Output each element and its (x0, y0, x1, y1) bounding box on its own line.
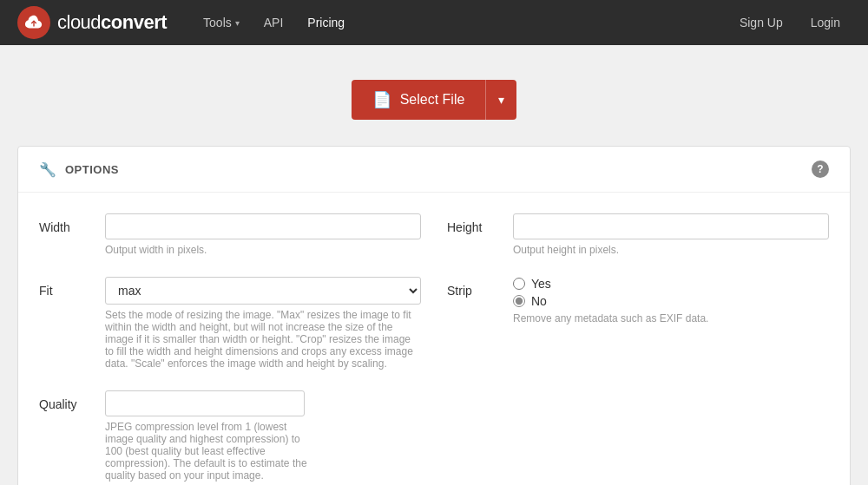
select-file-caret[interactable]: ▾ (486, 80, 516, 120)
strip-field-content: Yes No Remove any metadata such as EXIF … (513, 277, 829, 324)
strip-no-label: No (531, 294, 547, 308)
height-input[interactable] (513, 213, 829, 239)
strip-yes-radio[interactable] (513, 278, 525, 290)
select-file-wrapper: 📄 Select File ▾ (17, 80, 851, 120)
navbar-right: Sign Up Login (729, 10, 851, 35)
fit-field-row: Fit max crop scale min Sets the mode of … (39, 277, 421, 370)
help-icon[interactable]: ? (812, 161, 829, 178)
width-height-row: Width Output width in pixels. Height Out… (39, 213, 829, 256)
strip-no-item[interactable]: No (513, 294, 829, 308)
strip-field-group: Strip Yes No (447, 277, 829, 370)
height-label: Height (447, 213, 499, 234)
navbar: cloudconvert Tools ▾ API Pricing Sign Up… (0, 0, 868, 45)
quality-row: Quality JPEG compression level from 1 (l… (39, 390, 829, 482)
main-content: 📄 Select File ▾ 🔧 OPTIONS ? Width (0, 45, 868, 485)
signup-button[interactable]: Sign Up (729, 10, 793, 35)
options-panel: 🔧 OPTIONS ? Width Output width in pixels… (17, 146, 851, 485)
width-field-group: Width Output width in pixels. (39, 213, 421, 256)
brand-text: cloudconvert (57, 11, 167, 34)
strip-label: Strip (447, 277, 499, 298)
width-hint: Output width in pixels. (105, 244, 421, 256)
tools-chevron-icon: ▾ (235, 18, 240, 28)
nav-api[interactable]: API (253, 10, 294, 35)
height-field-row: Height Output height in pixels. (447, 213, 829, 256)
strip-hint: Remove any metadata such as EXIF data. (513, 312, 829, 324)
nav-tools[interactable]: Tools ▾ (193, 10, 250, 35)
strip-field-row: Strip Yes No (447, 277, 829, 324)
quality-input[interactable] (105, 390, 305, 416)
fit-select[interactable]: max crop scale min (105, 277, 421, 305)
options-header-left: 🔧 OPTIONS (39, 161, 119, 178)
fit-field-content: max crop scale min Sets the mode of resi… (105, 277, 421, 370)
quality-label: Quality (39, 390, 91, 411)
select-file-label: Select File (400, 92, 465, 108)
options-title: OPTIONS (65, 163, 119, 176)
login-button[interactable]: Login (800, 10, 851, 35)
fit-label: Fit (39, 277, 91, 298)
width-field-row: Width Output width in pixels. (39, 213, 421, 256)
wrench-icon: 🔧 (39, 161, 56, 178)
logo-icon (17, 6, 50, 39)
quality-content: JPEG compression level from 1 (lowest im… (105, 390, 313, 482)
fit-strip-row: Fit max crop scale min Sets the mode of … (39, 277, 829, 370)
strip-yes-label: Yes (531, 277, 551, 291)
file-icon: 📄 (372, 90, 391, 109)
height-hint: Output height in pixels. (513, 244, 829, 256)
height-field-group: Height Output height in pixels. (447, 213, 829, 256)
navbar-nav: Tools ▾ API Pricing (193, 10, 729, 35)
nav-pricing[interactable]: Pricing (297, 10, 355, 35)
width-field-content: Output width in pixels. (105, 213, 421, 256)
fit-hint: Sets the mode of resizing the image. "Ma… (105, 309, 421, 370)
fit-field-group: Fit max crop scale min Sets the mode of … (39, 277, 421, 370)
strip-yes-item[interactable]: Yes (513, 277, 829, 291)
quality-hint: JPEG compression level from 1 (lowest im… (105, 421, 313, 482)
brand: cloudconvert (17, 6, 167, 39)
height-field-content: Output height in pixels. (513, 213, 829, 256)
select-file-button[interactable]: 📄 Select File ▾ (352, 80, 517, 120)
options-header: 🔧 OPTIONS ? (18, 147, 850, 193)
strip-radio-group: Yes No (513, 277, 829, 308)
strip-no-radio[interactable] (513, 295, 525, 307)
options-body: Width Output width in pixels. Height Out… (18, 193, 850, 485)
width-label: Width (39, 213, 91, 234)
select-file-main: 📄 Select File (352, 80, 486, 120)
width-input[interactable] (105, 213, 421, 239)
